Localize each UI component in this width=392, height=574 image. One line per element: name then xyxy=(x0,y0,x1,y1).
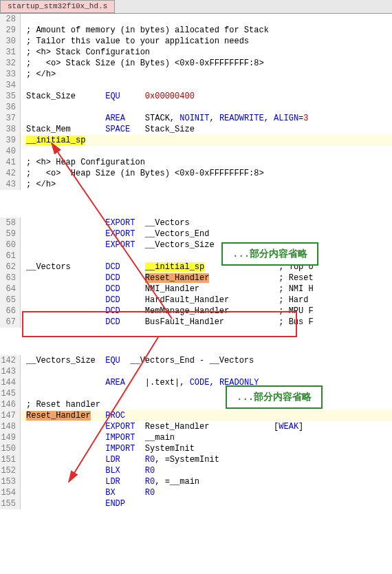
line-number: 65 xyxy=(0,295,21,306)
line-number: 40 xyxy=(0,146,21,157)
line-number: 39 xyxy=(0,135,21,146)
omitted-content-annotation: ...部分内容省略 xyxy=(226,385,323,409)
line-number: 41 xyxy=(0,157,21,168)
code-text: ; <o> Stack Size (in Bytes) <0x0-0xFFFFF… xyxy=(21,58,392,69)
line-number: 150 xyxy=(0,443,21,454)
line-number: 148 xyxy=(0,421,21,432)
line-number: 155 xyxy=(0,498,21,509)
line-number: 38 xyxy=(0,124,21,135)
code-text: ; Tailor this value to your application … xyxy=(21,36,392,47)
line-number: 29 xyxy=(0,25,21,36)
line-number: 145 xyxy=(0,388,21,399)
line-number: 33 xyxy=(0,69,21,80)
line-number: 31 xyxy=(0,47,21,58)
highlight-reset-handler-def: Reset_Handler xyxy=(26,411,91,421)
code-text: Stack_Size EQU 0x00000400 xyxy=(21,91,392,102)
code-text: BLX R0 xyxy=(21,465,392,476)
highlight-reset-handler-ref: Reset_Handler xyxy=(145,273,210,283)
code-text: Reset_Handler PROC xyxy=(21,410,392,421)
code-text: LDR R0, =__main xyxy=(21,476,392,487)
line-number: 153 xyxy=(0,476,21,487)
code-text: __Vectors DCD __initial_sp ; Top o xyxy=(21,262,392,273)
line-number: 146 xyxy=(0,399,21,410)
highlight-initial-sp: __initial_sp xyxy=(26,136,85,145)
code-text: DCD NMI_Handler ; NMI H xyxy=(21,284,392,295)
code-text: __Vectors_Size EQU __Vectors_End - __Vec… xyxy=(21,355,392,366)
line-number: 58 xyxy=(0,217,21,228)
line-number: 62 xyxy=(0,262,21,273)
code-text: EXPORT __Vectors_End xyxy=(21,228,392,240)
line-number: 59 xyxy=(0,228,21,240)
line-number: 143 xyxy=(0,366,21,377)
line-number: 147 xyxy=(0,410,21,421)
code-text: ; <h> Heap Configuration xyxy=(21,157,392,168)
line-number: 37 xyxy=(0,113,21,124)
file-tab[interactable]: startup_stm32f10x_hd.s xyxy=(0,0,115,13)
code-text: AREA STACK, NOINIT, READWRITE, ALIGN=3 xyxy=(21,113,392,124)
tab-bar: startup_stm32f10x_hd.s xyxy=(0,0,392,14)
code-text: IMPORT __main xyxy=(21,432,392,443)
line-number: 152 xyxy=(0,465,21,476)
code-text: DCD HardFault_Handler ; Hard xyxy=(21,295,392,306)
line-number: 28 xyxy=(0,14,21,25)
line-number: 154 xyxy=(0,487,21,498)
code-text: EXPORT __Vectors xyxy=(21,217,392,228)
line-number: 36 xyxy=(0,102,21,113)
code-text: __initial_sp xyxy=(21,135,392,146)
code-text: ; </h> xyxy=(21,179,392,190)
line-number: 67 xyxy=(0,317,21,328)
code-text: EXPORT Reset_Handler [WEAK] xyxy=(21,421,392,432)
code-text: ; Reset handler xyxy=(21,399,392,410)
code-text: ; Amount of memory (in bytes) allocated … xyxy=(21,25,392,36)
line-number: 64 xyxy=(0,284,21,295)
code-text: ; </h> xyxy=(21,69,392,80)
line-number: 32 xyxy=(0,58,21,69)
code-text: Stack_Mem SPACE Stack_Size xyxy=(21,124,392,135)
line-number: 142 xyxy=(0,355,21,366)
code-text: DCD Reset_Handler ; Reset xyxy=(21,273,392,284)
line-number: 61 xyxy=(0,251,21,262)
code-text: IMPORT SystemInit xyxy=(21,443,392,454)
line-number: 66 xyxy=(0,306,21,317)
line-number: 60 xyxy=(0,240,21,251)
line-number: 151 xyxy=(0,454,21,465)
omitted-content-annotation: ...部分内容省略 xyxy=(221,242,318,266)
code-text: AREA |.text|, CODE, READONLY xyxy=(21,377,392,388)
code-editor[interactable]: 28 29; Amount of memory (in bytes) alloc… xyxy=(0,14,392,509)
code-text: ; <h> Stack Configuration xyxy=(21,47,392,58)
line-number: 34 xyxy=(0,80,21,91)
line-number: 149 xyxy=(0,432,21,443)
line-number: 30 xyxy=(0,36,21,47)
code-text: BX R0 xyxy=(21,487,392,498)
highlight-initial-sp-ref: __initial_sp xyxy=(145,262,204,272)
code-text: ; <o> Heap Size (in Bytes) <0x0-0xFFFFFF… xyxy=(21,168,392,179)
line-number: 43 xyxy=(0,179,21,190)
line-number: 35 xyxy=(0,91,21,102)
line-number: 144 xyxy=(0,377,21,388)
red-highlight-box xyxy=(22,311,297,337)
code-text: ENDP xyxy=(21,498,392,509)
line-number: 63 xyxy=(0,273,21,284)
code-text: EXPORT __Vectors_Size xyxy=(21,240,392,251)
code-text: LDR R0, =SystemInit xyxy=(21,454,392,465)
line-number: 42 xyxy=(0,168,21,179)
